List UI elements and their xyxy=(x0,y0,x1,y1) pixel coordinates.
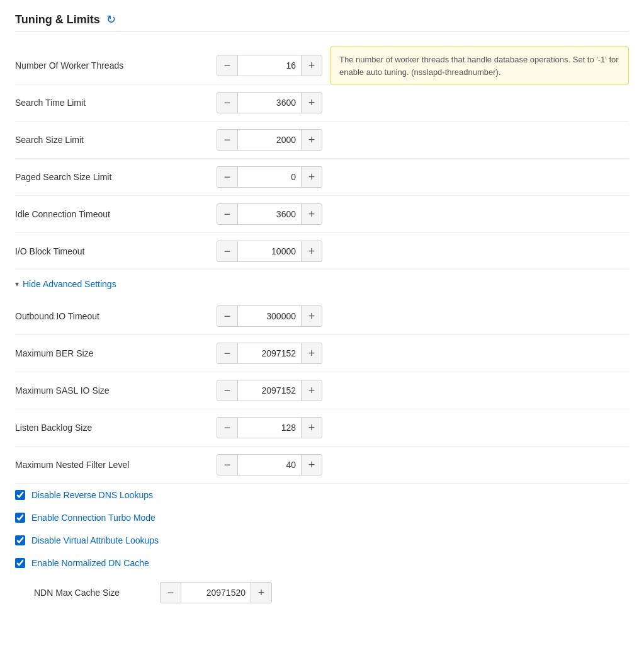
minus-button-io-block-timeout[interactable]: − xyxy=(217,241,238,262)
checkbox-row-enable-normalized-dn-cache: Enable Normalized DN Cache xyxy=(15,552,629,574)
setting-label-max-ber-size: Maximum BER Size xyxy=(15,348,217,358)
setting-row-max-nested-filter-level: Maximum Nested Filter Level−+ xyxy=(15,447,629,484)
minus-button-max-ber-size[interactable]: − xyxy=(217,343,238,364)
advanced-toggle-label: Hide Advanced Settings xyxy=(23,279,116,289)
setting-label-worker-threads: Number Of Worker Threads xyxy=(15,60,217,71)
checkbox-label-enable-connection-turbo[interactable]: Enable Connection Turbo Mode xyxy=(31,513,155,523)
ndn-minus-button[interactable]: − xyxy=(160,582,181,603)
checkbox-row-disable-virtual-attr: Disable Virtual Attribute Lookups xyxy=(15,529,629,552)
checkbox-enable-connection-turbo[interactable] xyxy=(15,513,25,523)
input-max-ber-size[interactable] xyxy=(238,343,301,364)
spinner-control-io-block-timeout: −+ xyxy=(217,241,322,262)
setting-row-max-ber-size: Maximum BER Size−+ xyxy=(15,335,629,372)
ndn-input[interactable] xyxy=(181,582,251,603)
advanced-toggle[interactable]: ▾ Hide Advanced Settings xyxy=(15,270,629,298)
plus-button-max-ber-size[interactable]: + xyxy=(301,343,322,364)
ndn-plus-button[interactable]: + xyxy=(251,582,272,603)
input-search-time-limit[interactable] xyxy=(238,92,301,113)
checkbox-label-disable-virtual-attr[interactable]: Disable Virtual Attribute Lookups xyxy=(31,535,159,545)
input-io-block-timeout[interactable] xyxy=(238,241,301,262)
chevron-icon: ▾ xyxy=(15,280,19,288)
ndn-row: NDN Max Cache Size − + xyxy=(15,574,629,611)
checkboxes-list: Disable Reverse DNS LookupsEnable Connec… xyxy=(15,484,629,574)
setting-row-outbound-io-timeout: Outbound IO Timeout−+ xyxy=(15,298,629,335)
worker-threads-tooltip: The number of worker threads that handle… xyxy=(330,47,629,85)
spinner-control-listen-backlog-size: −+ xyxy=(217,417,322,438)
checkbox-disable-reverse-dns[interactable] xyxy=(15,490,25,500)
checkbox-enable-normalized-dn-cache[interactable] xyxy=(15,558,25,568)
input-outbound-io-timeout[interactable] xyxy=(238,305,301,327)
ndn-label: NDN Max Cache Size xyxy=(34,588,160,598)
setting-label-io-block-timeout: I/O Block Timeout xyxy=(15,246,217,256)
checkbox-label-enable-normalized-dn-cache[interactable]: Enable Normalized DN Cache xyxy=(31,558,149,568)
input-listen-backlog-size[interactable] xyxy=(238,417,301,438)
input-search-size-limit[interactable] xyxy=(238,129,301,151)
checkbox-disable-virtual-attr[interactable] xyxy=(15,535,25,545)
advanced-settings-list: Outbound IO Timeout−+Maximum BER Size−+M… xyxy=(15,298,629,484)
page-title: Tuning & Limits xyxy=(15,13,100,26)
spinner-control-max-sasl-io-size: −+ xyxy=(217,380,322,401)
spinner-control-outbound-io-timeout: −+ xyxy=(217,305,322,327)
setting-label-search-size-limit: Search Size Limit xyxy=(15,135,217,145)
setting-row-worker-threads: Number Of Worker Threads−+The number of … xyxy=(15,47,629,84)
setting-label-max-sasl-io-size: Maximum SASL IO Size xyxy=(15,385,217,396)
plus-button-paged-search-size-limit[interactable]: + xyxy=(301,166,322,188)
checkbox-row-disable-reverse-dns: Disable Reverse DNS Lookups xyxy=(15,484,629,506)
plus-button-worker-threads[interactable]: + xyxy=(301,55,322,76)
plus-button-idle-connection-timeout[interactable]: + xyxy=(301,203,322,225)
minus-button-idle-connection-timeout[interactable]: − xyxy=(217,203,238,225)
refresh-icon[interactable]: ↻ xyxy=(106,13,116,26)
spinner-control-search-size-limit: −+ xyxy=(217,129,322,151)
plus-button-search-time-limit[interactable]: + xyxy=(301,92,322,113)
spinner-control-max-ber-size: −+ xyxy=(217,343,322,364)
setting-label-idle-connection-timeout: Idle Connection Timeout xyxy=(15,209,217,219)
setting-row-max-sasl-io-size: Maximum SASL IO Size−+ xyxy=(15,372,629,409)
setting-label-paged-search-size-limit: Paged Search Size Limit xyxy=(15,172,217,182)
input-max-sasl-io-size[interactable] xyxy=(238,380,301,401)
input-worker-threads[interactable] xyxy=(238,55,301,76)
setting-row-listen-backlog-size: Listen Backlog Size−+ xyxy=(15,409,629,447)
plus-button-io-block-timeout[interactable]: + xyxy=(301,241,322,262)
setting-label-max-nested-filter-level: Maximum Nested Filter Level xyxy=(15,460,217,470)
settings-list: Number Of Worker Threads−+The number of … xyxy=(15,47,629,270)
input-paged-search-size-limit[interactable] xyxy=(238,166,301,188)
setting-row-io-block-timeout: I/O Block Timeout−+ xyxy=(15,233,629,270)
spinner-control-search-time-limit: −+ xyxy=(217,92,322,113)
plus-button-listen-backlog-size[interactable]: + xyxy=(301,417,322,438)
page-header: Tuning & Limits ↻ xyxy=(15,13,629,32)
setting-label-search-time-limit: Search Time Limit xyxy=(15,98,217,108)
minus-button-max-nested-filter-level[interactable]: − xyxy=(217,454,238,476)
setting-label-outbound-io-timeout: Outbound IO Timeout xyxy=(15,311,217,321)
input-max-nested-filter-level[interactable] xyxy=(238,454,301,476)
setting-label-listen-backlog-size: Listen Backlog Size xyxy=(15,423,217,433)
plus-button-outbound-io-timeout[interactable]: + xyxy=(301,305,322,327)
minus-button-max-sasl-io-size[interactable]: − xyxy=(217,380,238,401)
spinner-control-max-nested-filter-level: −+ xyxy=(217,454,322,476)
input-idle-connection-timeout[interactable] xyxy=(238,203,301,225)
minus-button-listen-backlog-size[interactable]: − xyxy=(217,417,238,438)
minus-button-search-time-limit[interactable]: − xyxy=(217,92,238,113)
setting-row-search-size-limit: Search Size Limit−+ xyxy=(15,122,629,159)
setting-row-idle-connection-timeout: Idle Connection Timeout−+ xyxy=(15,196,629,233)
setting-row-paged-search-size-limit: Paged Search Size Limit−+ xyxy=(15,159,629,196)
minus-button-worker-threads[interactable]: − xyxy=(217,55,238,76)
checkbox-label-disable-reverse-dns[interactable]: Disable Reverse DNS Lookups xyxy=(31,490,153,500)
plus-button-max-nested-filter-level[interactable]: + xyxy=(301,454,322,476)
minus-button-paged-search-size-limit[interactable]: − xyxy=(217,166,238,188)
minus-button-outbound-io-timeout[interactable]: − xyxy=(217,305,238,327)
minus-button-search-size-limit[interactable]: − xyxy=(217,129,238,151)
spinner-control-idle-connection-timeout: −+ xyxy=(217,203,322,225)
plus-button-max-sasl-io-size[interactable]: + xyxy=(301,380,322,401)
ndn-spinner: − + xyxy=(160,582,272,603)
spinner-control-paged-search-size-limit: −+ xyxy=(217,166,322,188)
setting-row-search-time-limit: Search Time Limit−+ xyxy=(15,84,629,122)
checkbox-row-enable-connection-turbo: Enable Connection Turbo Mode xyxy=(15,506,629,529)
plus-button-search-size-limit[interactable]: + xyxy=(301,129,322,151)
spinner-control-worker-threads: −+ xyxy=(217,55,322,76)
